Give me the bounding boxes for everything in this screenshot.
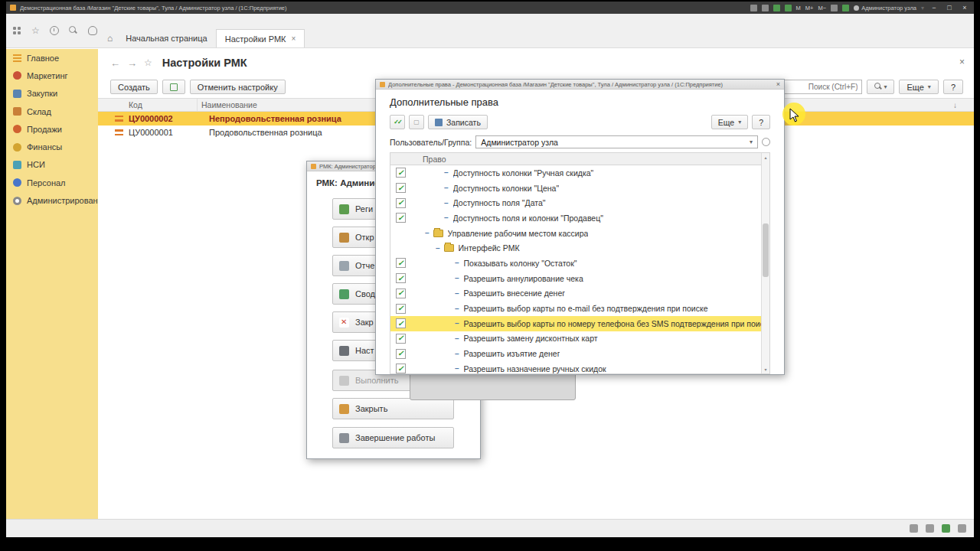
- right-row[interactable]: ✓–Разрешить назначение ручных скидок: [390, 361, 769, 374]
- history-icon[interactable]: [50, 26, 59, 35]
- sidebar-item-purchases[interactable]: Закупки: [6, 85, 98, 103]
- user-group-field[interactable]: Администратор узла ▾: [475, 135, 758, 148]
- back-button[interactable]: ←: [110, 57, 120, 69]
- status-clock-icon[interactable]: [958, 524, 966, 533]
- item-marker-icon: –: [444, 184, 449, 192]
- rights-title: Дополнительные права - Демонстрационная …: [388, 81, 773, 88]
- sidebar-item-sales[interactable]: Продажи: [6, 120, 98, 138]
- forward-button[interactable]: →: [127, 57, 137, 69]
- right-row[interactable]: ✓–Разрешить аннулирование чека: [390, 271, 769, 286]
- dialog-close-icon[interactable]: ×: [776, 80, 780, 88]
- chevron-down-icon[interactable]: ▾: [921, 5, 924, 11]
- dialog-help-button[interactable]: ?: [752, 115, 770, 129]
- right-folder-row[interactable]: –Управление рабочим местом кассира: [390, 226, 769, 241]
- memory-plus-button[interactable]: M+: [805, 5, 814, 11]
- search-input[interactable]: [773, 80, 862, 94]
- right-row[interactable]: ✓–Доступность колонки "Цена": [390, 181, 769, 196]
- save-label: Записать: [446, 118, 481, 127]
- cancel-setting-button[interactable]: Отменить настройку: [190, 80, 286, 94]
- checkbox-checked[interactable]: ✓: [396, 364, 406, 373]
- checkbox-checked[interactable]: ✓: [396, 334, 406, 344]
- sidebar-item-warehouse[interactable]: Склад: [6, 103, 98, 120]
- sidebar-item-main[interactable]: Главное: [6, 49, 98, 67]
- status-history-icon[interactable]: [926, 524, 934, 533]
- right-row[interactable]: ✓–Доступность поля "Дата": [390, 195, 769, 210]
- set-all-flags-button[interactable]: ✓✓: [390, 115, 405, 129]
- checkbox-checked[interactable]: ✓: [396, 198, 406, 208]
- checkbox-checked[interactable]: ✓: [396, 289, 406, 298]
- right-row[interactable]: ✓–Доступность поля и колонки "Продавец": [390, 210, 769, 226]
- scroll-down-icon[interactable]: ▾: [762, 365, 769, 373]
- rmk-close-button[interactable]: Закрыть: [332, 398, 454, 419]
- expander-icon[interactable]: –: [425, 229, 430, 237]
- page-close-icon[interactable]: ×: [959, 57, 965, 67]
- notifications-icon[interactable]: [88, 26, 97, 35]
- expander-icon[interactable]: –: [436, 244, 440, 253]
- user-menu[interactable]: Администратор узла: [854, 5, 916, 11]
- right-row[interactable]: ✓–Разрешить выбор карты по e-mail без по…: [390, 301, 769, 316]
- sidebar-item-label: НСИ: [27, 160, 45, 169]
- calendar-icon[interactable]: [773, 5, 780, 11]
- sidebar-item-finance[interactable]: Финансы: [6, 138, 98, 155]
- create-button[interactable]: Создать: [110, 80, 158, 94]
- favorites-icon[interactable]: ☆: [31, 26, 40, 35]
- right-row[interactable]: ✓–Разрешить внесение денег: [390, 286, 769, 302]
- right-row[interactable]: ✓–Разрешить замену дисконтных карт: [390, 331, 769, 347]
- dialog-more-button[interactable]: Еще▾: [711, 115, 748, 129]
- search-icon[interactable]: [831, 5, 838, 11]
- scrollbar[interactable]: ▴ ▾: [761, 153, 769, 373]
- maximize-button[interactable]: □: [944, 4, 955, 11]
- calculator-icon[interactable]: [785, 5, 792, 11]
- help-button[interactable]: ?: [943, 80, 963, 94]
- checkbox-checked[interactable]: ✓: [396, 213, 406, 223]
- favorite-star-icon[interactable]: ☆: [144, 57, 152, 68]
- home-icon[interactable]: ⌂: [107, 33, 113, 44]
- rmk-shutdown-button[interactable]: Завершение работы: [332, 427, 454, 448]
- checkbox-checked[interactable]: ✓: [396, 318, 406, 328]
- right-row[interactable]: ✓–Показывать колонку "Остаток": [390, 256, 769, 271]
- sidebar-item-administration[interactable]: Администрирование: [6, 191, 98, 209]
- checkbox-checked[interactable]: ✓: [396, 304, 406, 314]
- tab-rmk-settings[interactable]: Настройки РМК ×: [216, 29, 305, 47]
- rights-titlebar[interactable]: Дополнительные права - Демонстрационная …: [376, 80, 784, 90]
- save-button[interactable]: Записать: [428, 115, 488, 129]
- right-row[interactable]: ✓–Разрешить изъятие денег: [390, 346, 769, 361]
- checkbox-checked[interactable]: ✓: [396, 273, 406, 283]
- scroll-up-icon[interactable]: ▴: [762, 153, 769, 161]
- right-row[interactable]: ✓–Доступность колонки "Ручная скидка": [390, 165, 769, 181]
- right-folder-row[interactable]: –Интерфейс РМК: [390, 240, 769, 256]
- menu-grid-icon[interactable]: [12, 26, 21, 35]
- memory-button[interactable]: M: [796, 5, 801, 11]
- scroll-thumb[interactable]: [763, 223, 769, 277]
- more-button[interactable]: Еще▾: [899, 80, 938, 94]
- checkbox-checked[interactable]: ✓: [396, 168, 406, 178]
- open-link-icon[interactable]: [762, 138, 770, 146]
- summary-icon: [339, 289, 349, 299]
- tab-close-icon[interactable]: ×: [291, 34, 296, 43]
- sidebar-item-personnel[interactable]: Персонал: [6, 174, 98, 191]
- right-label: Разрешить внесение денег: [464, 289, 566, 298]
- status-info-icon[interactable]: [910, 524, 918, 533]
- sidebar-item-nsi[interactable]: НСИ: [6, 156, 98, 174]
- checkbox-checked[interactable]: ✓: [396, 258, 406, 268]
- sidebar-item-marketing[interactable]: Маркетинг: [6, 67, 98, 84]
- close-button[interactable]: ×: [959, 4, 970, 11]
- status-calendar-icon[interactable]: [942, 524, 950, 533]
- tab-home[interactable]: Начальная страница: [117, 29, 215, 47]
- copy-button[interactable]: [162, 80, 185, 94]
- memory-minus-button[interactable]: M−: [818, 5, 826, 11]
- minimize-button[interactable]: −: [929, 4, 939, 11]
- calendar-icon[interactable]: [842, 5, 849, 11]
- sort-icon[interactable]: ↓: [953, 101, 957, 109]
- column-code[interactable]: Код: [98, 99, 198, 111]
- download-icon[interactable]: [762, 5, 769, 11]
- checkbox-checked[interactable]: ✓: [396, 183, 406, 193]
- sound-icon[interactable]: [750, 5, 757, 11]
- clear-all-flags-button[interactable]: ▢: [409, 115, 424, 129]
- global-search-icon[interactable]: [69, 26, 78, 35]
- chevron-down-icon[interactable]: ▾: [750, 139, 753, 145]
- search-button[interactable]: ▾: [867, 80, 894, 94]
- checkbox-checked[interactable]: ✓: [396, 349, 406, 359]
- column-right[interactable]: Право: [423, 155, 446, 164]
- right-row-selected[interactable]: ✓–Разрешить выбор карты по номеру телефо…: [390, 316, 769, 331]
